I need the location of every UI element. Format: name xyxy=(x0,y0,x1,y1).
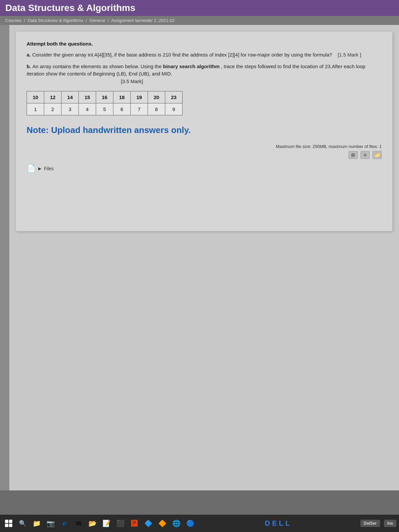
app1-icon: 🔷 xyxy=(144,519,153,527)
breadcrumb-sep3: / xyxy=(107,18,110,23)
powerpoint-icon: 🅿 xyxy=(131,520,138,527)
array-table: 10 12 14 15 16 18 19 20 23 1 2 3 4 5 6 xyxy=(27,91,183,115)
array-idx-4: 5 xyxy=(96,103,113,115)
page-title: Data Structures & Algorithms xyxy=(5,3,135,13)
chrome-button[interactable]: 🌐 xyxy=(170,517,182,529)
notes-button[interactable]: 📝 xyxy=(100,517,112,529)
array-idx-8: 9 xyxy=(165,103,183,115)
dstser-button[interactable]: DstSer xyxy=(360,520,380,527)
grid-view-icon: ⊞ xyxy=(351,152,355,158)
main-content: Attempt both the questions. a. Consider … xyxy=(9,25,399,490)
files-label: Files xyxy=(44,166,54,171)
app2-icon: 🔶 xyxy=(158,519,167,527)
array-val-8: 23 xyxy=(165,91,183,103)
upload-toolbar: ⊞ ≡ 📁 xyxy=(27,151,382,159)
ins-button[interactable]: Ins xyxy=(384,520,396,527)
file-icon: 📄 xyxy=(27,164,36,173)
list-view-button[interactable]: ≡ xyxy=(360,151,370,159)
camera-icon: 📷 xyxy=(47,519,55,527)
array-val-2: 14 xyxy=(62,91,79,103)
app2-button[interactable]: 🔶 xyxy=(156,517,168,529)
array-idx-1: 2 xyxy=(44,103,62,115)
folder-view-button[interactable]: 📁 xyxy=(372,151,382,159)
question-b: b. An array contains the elements as sho… xyxy=(27,63,382,85)
list-view-icon: ≡ xyxy=(364,152,366,158)
file-explorer-icon: 📁 xyxy=(33,519,41,527)
array-idx-3: 4 xyxy=(79,103,96,115)
question-b-mark: [3.5 Mark] xyxy=(27,78,143,84)
breadcrumb-sep1: / xyxy=(24,18,26,23)
array-idx-6: 7 xyxy=(131,103,148,115)
dell-logo: DELL xyxy=(265,519,292,528)
array-idx-5: 6 xyxy=(113,103,131,115)
folder-button[interactable]: 📂 xyxy=(86,517,98,529)
camera-button[interactable]: 📷 xyxy=(45,517,57,529)
file-explorer-button[interactable]: 📁 xyxy=(31,517,43,529)
app3-icon: 🔵 xyxy=(186,519,195,527)
powerpoint-button[interactable]: 🅿 xyxy=(128,517,140,529)
array-values-row: 10 12 14 15 16 18 19 20 23 xyxy=(27,91,183,103)
breadcrumb-courses[interactable]: Courses xyxy=(5,18,21,23)
breadcrumb: Courses / Data Structures & Algorithms /… xyxy=(0,16,399,25)
question-b-label: b. xyxy=(27,64,33,69)
array-val-4: 16 xyxy=(96,91,113,103)
upload-area[interactable]: 📄 ▶ Files xyxy=(27,162,382,176)
excel-button[interactable]: ⬛ xyxy=(114,517,126,529)
notes-icon: 📝 xyxy=(102,519,111,527)
question-a: a. Consider the given array int A[4][35]… xyxy=(27,51,382,59)
search-icon: 🔍 xyxy=(19,520,26,527)
chrome-icon: 🌐 xyxy=(172,519,181,527)
mail-icon: ✉ xyxy=(76,519,81,527)
status-area: DstSer Ins xyxy=(360,520,396,527)
taskbar: 🔍 📁 📷 ℯ ✉ 📂 📝 ⬛ 🅿 🔷 🔶 🌐 🔵 DELL xyxy=(0,515,399,532)
files-arrow-icon: ▶ xyxy=(38,166,41,171)
question-a-text: Consider the given array int A[4][35], i… xyxy=(32,52,332,58)
breadcrumb-sep2: / xyxy=(86,18,88,23)
array-val-7: 20 xyxy=(148,91,165,103)
windows-start-icon xyxy=(5,520,12,527)
array-idx-7: 8 xyxy=(148,103,165,115)
array-val-0: 10 xyxy=(27,91,44,103)
array-idx-2: 3 xyxy=(62,103,79,115)
array-val-1: 12 xyxy=(44,91,62,103)
array-val-6: 19 xyxy=(131,91,148,103)
content-card: Attempt both the questions. a. Consider … xyxy=(16,32,392,231)
array-val-3: 15 xyxy=(79,91,96,103)
array-val-5: 18 xyxy=(113,91,131,103)
edge-button[interactable]: ℯ xyxy=(59,517,70,529)
layout: Attempt both the questions. a. Consider … xyxy=(0,25,399,490)
max-file-info: Maximum file size: 250MB, maximum number… xyxy=(27,144,382,149)
mail-button[interactable]: ✉ xyxy=(72,517,84,529)
folder-icon: 📁 xyxy=(374,152,380,158)
sidebar xyxy=(0,25,9,490)
question-a-mark: [1.5 Mark ] xyxy=(338,52,361,58)
attempt-instruction: Attempt both the questions. xyxy=(27,41,382,47)
question-b-text-before: An array contains the elements as shown … xyxy=(33,64,163,69)
question-b-bold: binary search algorithm xyxy=(163,64,219,69)
upload-section: Maximum file size: 250MB, maximum number… xyxy=(27,144,382,176)
upload-note: Note: Upload handwritten answers only. xyxy=(27,125,382,136)
excel-icon: ⬛ xyxy=(116,519,125,527)
start-button[interactable] xyxy=(3,517,15,529)
search-button[interactable]: 🔍 xyxy=(17,517,29,529)
folder-icon2: 📂 xyxy=(88,519,97,527)
grid-view-button[interactable]: ⊞ xyxy=(348,151,358,159)
edge-icon: ℯ xyxy=(63,519,66,527)
question-a-label: a. xyxy=(27,52,32,58)
array-idx-0: 1 xyxy=(27,103,44,115)
app1-button[interactable]: 🔷 xyxy=(142,517,154,529)
breadcrumb-assignment: Assignment semester 2 ,2021-22 xyxy=(111,18,175,23)
page-header: Data Structures & Algorithms xyxy=(0,0,399,16)
breadcrumb-general[interactable]: General xyxy=(89,18,105,23)
array-indices-row: 1 2 3 4 5 6 7 8 9 xyxy=(27,103,183,115)
breadcrumb-course-name[interactable]: Data Structures & Algorithms xyxy=(28,18,83,23)
app3-button[interactable]: 🔵 xyxy=(184,517,196,529)
